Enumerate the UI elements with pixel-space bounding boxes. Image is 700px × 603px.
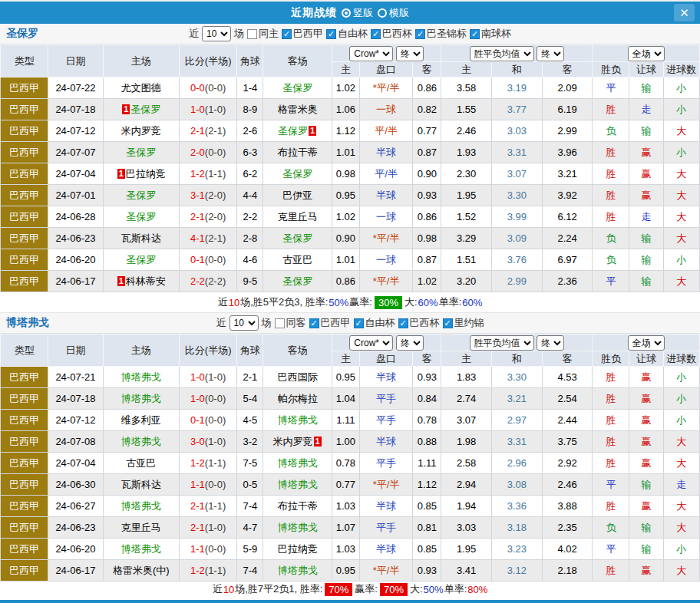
same-venue-checkbox[interactable]: 同主	[247, 27, 279, 41]
handicap-result-cell: 输	[629, 517, 663, 539]
league-checkbox-巴西杯[interactable]: ✓巴西杯	[398, 316, 440, 330]
final-odds-select[interactable]: 终	[396, 335, 424, 351]
half-time-score: (2-2)	[205, 275, 226, 287]
league-cell: 巴西甲	[1, 99, 48, 120]
full-time-score: 0-0	[190, 82, 205, 94]
summary-segment: 大:	[410, 582, 423, 596]
win-draw-lose-average-select[interactable]: 胜平负均值	[470, 46, 534, 61]
away-team-name: 古亚巴	[282, 254, 312, 265]
result-cell: 平	[593, 474, 629, 496]
league-checkbox-自由杯[interactable]: ✓自由杯	[354, 316, 395, 330]
league-cell: 巴西甲	[1, 517, 48, 539]
summary-segment: 场,胜7平2负1, 胜率:	[235, 582, 322, 596]
league-checkbox-巴西甲[interactable]: ✓巴西甲	[282, 27, 323, 41]
summary-segment: 60%	[462, 297, 482, 308]
corner-cell: 9-5	[237, 271, 263, 292]
home-team-name: 古亚巴	[126, 457, 156, 469]
date-cell: 24-07-18	[48, 99, 103, 120]
half-time-score: (2-1)	[205, 125, 226, 137]
league-checkbox-巴西杯[interactable]: ✓巴西杯	[371, 27, 412, 41]
handicap-cell: 半球	[359, 431, 412, 453]
radio-vertical-layout[interactable]: 竖版	[342, 6, 373, 20]
corner-cell: 6-2	[237, 163, 263, 185]
handicap-result-cell: 输	[629, 539, 663, 560]
score-cell: 1-2(1-1)	[179, 560, 236, 582]
full-time-score: 0-1	[190, 414, 205, 426]
home-team-name: 圣保罗	[126, 254, 156, 265]
league-checkbox-巴圣锦标[interactable]: ✓巴圣锦标	[415, 27, 467, 41]
away-team-cell: 圣保罗	[263, 163, 332, 185]
away-team-name: 圣保罗	[278, 125, 308, 137]
home-team-name: 圣保罗	[126, 211, 156, 222]
match-count-select[interactable]: 10	[229, 315, 259, 331]
odds-home-cell: 1.12	[332, 120, 359, 142]
odds-home-cell: 1.02	[332, 206, 359, 228]
avg-draw-cell: 3.19	[491, 77, 542, 99]
odds-home-cell: 1.03	[332, 496, 359, 517]
filter-controls: 近10场同客✓巴西甲✓自由杯✓巴西杯✓里约锦	[216, 315, 484, 331]
avg-draw-cell: 3.99	[491, 206, 542, 228]
score-cell: 2-0(0-0)	[179, 142, 236, 163]
avg-win-cell: 1.98	[441, 431, 491, 453]
league-cell: 巴西甲	[1, 249, 48, 271]
half-time-score: (2-1)	[205, 232, 226, 244]
score-cell: 4-1(2-1)	[179, 228, 236, 249]
avg-draw-cell: 2.97	[491, 410, 542, 431]
away-team-cell: 格雷米奥	[263, 99, 332, 120]
avg-win-cell: 1.83	[441, 367, 491, 388]
league-checkbox-巴西甲[interactable]: ✓巴西甲	[309, 316, 351, 330]
avg-win-cell: 3.03	[441, 517, 491, 539]
score-cell: 1-1(0-0)	[179, 474, 236, 496]
date-cell: 24-07-12	[48, 410, 103, 431]
radio-horizontal-layout[interactable]: 横版	[378, 6, 409, 20]
radio-unselected-icon	[378, 8, 387, 18]
match-row: 巴西甲24-06-27博塔弗戈2-1(1-1)7-4布拉干蒂1.03半球0.85…	[1, 496, 700, 517]
radio-vertical-label: 竖版	[353, 6, 373, 20]
checkbox-icon: ✓	[470, 29, 480, 39]
match-row: 巴西甲24-07-22尤文图德0-0(0-0)1-4圣保罗1.02*平/半0.8…	[1, 77, 700, 99]
avg-win-cell: 1.51	[441, 249, 491, 271]
home-team-cell: 1巴拉纳竞	[103, 163, 179, 185]
league-checkbox-自由杯[interactable]: ✓自由杯	[326, 27, 368, 41]
handicap-cell: 平手	[359, 453, 412, 474]
league-checkbox-南球杯[interactable]: ✓南球杯	[470, 27, 511, 41]
corner-cell: 2-8	[237, 228, 263, 249]
odds-home-cell: 0.90	[332, 228, 359, 249]
odds-company-select[interactable]: Crow*	[349, 335, 393, 351]
result-cell: 平	[593, 271, 629, 292]
same-venue-checkbox[interactable]: 同客	[275, 316, 306, 330]
games-label: 场	[262, 316, 272, 330]
half-time-score: (0-0)	[205, 82, 226, 94]
final-avg-select[interactable]: 终	[537, 335, 564, 351]
away-team-name: 博塔弗戈	[278, 457, 318, 469]
corner-column-header: 角球	[237, 45, 263, 77]
odds-home-cell: 0.98	[332, 163, 359, 185]
half-time-score: (1-0)	[205, 436, 226, 447]
league-label: 自由杯	[338, 27, 368, 41]
sub-column-header: 胜负	[593, 62, 629, 77]
match-row: 巴西甲24-07-18博塔弗戈1-0(0-0)5-4帕尔梅拉1.04平手0.84…	[1, 388, 700, 410]
checkbox-icon: ✓	[326, 29, 336, 39]
match-count-select[interactable]: 10	[202, 26, 231, 41]
odds-company-select[interactable]: Crow*	[349, 46, 393, 61]
odds-away-cell: 1.02	[413, 271, 441, 292]
odds-home-cell: 0.95	[332, 185, 359, 206]
final-odds-select[interactable]: 终	[396, 46, 424, 61]
result-cell: 胜	[593, 496, 629, 517]
league-checkbox-里约锦[interactable]: ✓里约锦	[443, 316, 484, 330]
odds-home-cell: 1.02	[332, 77, 359, 99]
home-team-name: 圣保罗	[130, 104, 160, 115]
checkbox-icon: ✓	[354, 318, 364, 328]
league-cell: 巴西甲	[1, 142, 48, 163]
full-match-select[interactable]: 全场	[628, 46, 665, 61]
final-avg-select[interactable]: 终	[537, 46, 564, 61]
handicap-cell: *平/半	[359, 77, 412, 99]
score-cell: 1-0(1-0)	[179, 367, 236, 388]
win-draw-lose-average-select[interactable]: 胜平负均值	[470, 335, 534, 351]
full-match-select[interactable]: 全场	[628, 335, 665, 351]
odds-away-cell: 0.93	[413, 367, 441, 388]
close-button[interactable]: ✕	[674, 4, 695, 21]
avg-draw-cell: 3.09	[491, 228, 542, 249]
half-time-score: (0-0)	[205, 414, 226, 426]
score-cell: 1-1(0-0)	[179, 539, 236, 560]
